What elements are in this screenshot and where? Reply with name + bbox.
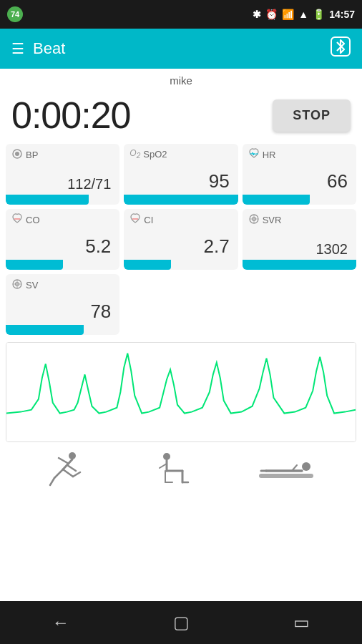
- spo2-bar: [124, 195, 238, 205]
- co-label: CO: [26, 215, 40, 225]
- hr-bar: [243, 195, 310, 205]
- battery-icon: 🔋: [313, 9, 325, 20]
- timer-display: 0:00:20: [11, 94, 261, 137]
- svg-line-20: [63, 469, 73, 477]
- co-value: 5.2: [11, 228, 114, 257]
- metric-header-hr: HR: [248, 148, 351, 162]
- hr-label: HR: [263, 150, 276, 160]
- svr-icon: [248, 213, 260, 227]
- running-activity-icon[interactable]: [47, 451, 87, 489]
- lying-activity-icon[interactable]: [258, 451, 315, 489]
- metric-card-bp[interactable]: BP 112/71: [6, 144, 119, 205]
- ci-icon: [129, 213, 141, 227]
- ecg-chart: [6, 343, 356, 441]
- bp-value: 112/71: [11, 163, 114, 192]
- svg-point-2: [15, 152, 19, 156]
- co-bar: [6, 260, 63, 270]
- svg-rect-33: [259, 474, 313, 478]
- recents-button[interactable]: ▭: [293, 613, 310, 633]
- svg-point-30: [302, 462, 310, 471]
- sv-bar: [6, 325, 84, 335]
- back-button[interactable]: ←: [52, 613, 69, 633]
- hr-value: 66: [248, 163, 351, 192]
- time-display: 14:57: [329, 9, 355, 20]
- status-bar: 74 ✱ ⏰ 📶 ▲ 🔋 14:57: [0, 0, 362, 29]
- svr-bar: [243, 260, 356, 270]
- metric-header-co: CO: [11, 213, 114, 227]
- metric-header-ci: CI: [129, 213, 232, 227]
- svg-line-17: [67, 465, 76, 471]
- metric-card-sv[interactable]: SV 78: [6, 274, 119, 335]
- username-bar: mike: [0, 69, 362, 89]
- metrics-grid-row1: BP 112/71 O2 SpO2 95 HR 66: [0, 144, 362, 205]
- home-button[interactable]: ▢: [173, 613, 190, 633]
- co-icon: [11, 213, 23, 227]
- main-content: mike 0:00:20 STOP BP 112/71 O2 SpO2 95: [0, 69, 362, 601]
- alarm-icon: ⏰: [265, 9, 278, 20]
- status-right: ✱ ⏰ 📶 ▲ 🔋 14:57: [253, 9, 355, 20]
- metric-card-co[interactable]: CO 5.2: [6, 209, 119, 270]
- hr-icon: [248, 148, 260, 162]
- spo2-value: 95: [129, 161, 232, 192]
- activity-row: [0, 445, 362, 492]
- svg-line-21: [73, 472, 80, 477]
- metric-card-spo2[interactable]: O2 SpO2 95: [124, 144, 238, 205]
- spo2-label: SpO2: [143, 149, 167, 160]
- bottom-nav: ← ▢ ▭: [0, 601, 362, 644]
- bp-label: BP: [26, 150, 38, 160]
- chart-area: [6, 342, 356, 442]
- svg-line-19: [50, 478, 54, 485]
- app-bar-left: ☰ Beat: [11, 39, 65, 58]
- sv-icon: [11, 278, 23, 292]
- bp-icon: [11, 148, 23, 162]
- app-title: Beat: [33, 39, 65, 58]
- svr-value: 1302: [248, 228, 351, 257]
- sitting-activity-icon[interactable]: [152, 451, 192, 489]
- metric-card-hr[interactable]: HR 66: [243, 144, 356, 205]
- notification-icon: 74: [7, 6, 23, 22]
- metrics-row-single: SV 78: [0, 270, 362, 335]
- username-text: mike: [170, 74, 192, 87]
- ci-value: 2.7: [129, 228, 232, 257]
- svg-line-16: [59, 458, 69, 464]
- metric-card-svr[interactable]: SVR 1302: [243, 209, 356, 270]
- bp-bar: [6, 195, 89, 205]
- ci-label: CI: [144, 215, 153, 225]
- timer-row: 0:00:20 STOP: [0, 89, 362, 144]
- stop-button[interactable]: STOP: [273, 99, 351, 132]
- svg-point-14: [69, 452, 76, 459]
- spo2-icon: O2: [129, 148, 140, 160]
- bluetooth-icon[interactable]: [331, 36, 351, 61]
- metric-header-spo2: O2 SpO2: [129, 148, 232, 160]
- wifi-icon: 📶: [282, 9, 294, 20]
- app-bar: ☰ Beat: [0, 29, 362, 69]
- status-left: 74: [7, 6, 23, 22]
- sv-value: 78: [11, 293, 114, 322]
- metric-header-svr: SVR: [248, 213, 351, 227]
- menu-button[interactable]: ☰: [11, 40, 24, 57]
- signal-icon: ▲: [298, 9, 308, 20]
- metric-header-bp: BP: [11, 148, 114, 162]
- metric-header-sv: SV: [11, 278, 114, 292]
- svg-rect-13: [6, 343, 356, 441]
- svg-line-18: [54, 469, 63, 478]
- metric-card-ci[interactable]: CI 2.7: [124, 209, 238, 270]
- ci-bar: [124, 260, 171, 270]
- svr-label: SVR: [263, 215, 282, 225]
- sv-label: SV: [26, 280, 38, 291]
- metrics-grid-row2: CO 5.2 CI 2.7 SVR 1302: [0, 205, 362, 270]
- bluetooth-status-icon: ✱: [253, 9, 261, 20]
